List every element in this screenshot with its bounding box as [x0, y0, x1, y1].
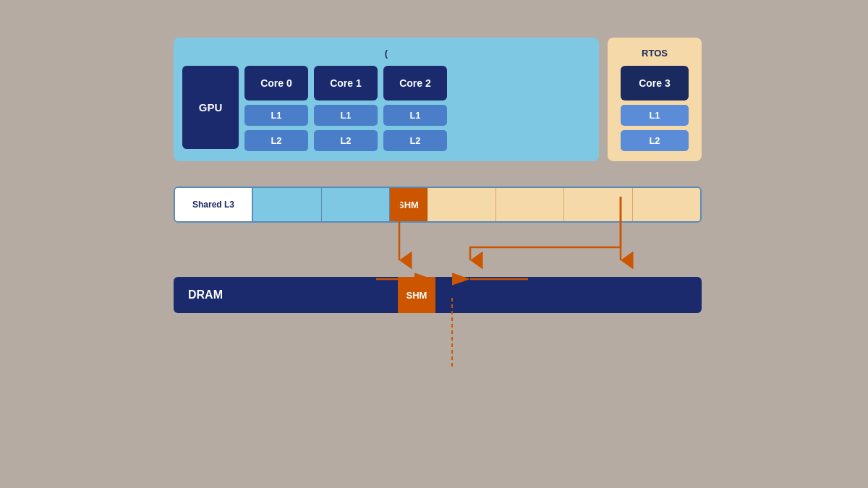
core2-block: Core 2 L1 L2	[383, 66, 447, 151]
rtos-label: RTOS	[616, 48, 693, 59]
core1-label: Core 1	[314, 66, 378, 100]
core1-l1: L1	[314, 105, 378, 126]
l3-segment-2	[322, 188, 391, 221]
dram-shm: SHM	[398, 277, 435, 313]
diagram-container: ( GPU Core 0 L1 L2 Core 1 L1 L2	[174, 38, 702, 313]
core3-label: Core 3	[621, 66, 689, 100]
core3-block: Core 3 L1 L2	[616, 66, 693, 151]
core3-l2: L2	[621, 130, 689, 151]
l3-orange-3	[564, 188, 633, 221]
gpu-block: GPU	[182, 66, 239, 149]
l3-shm: SHM	[390, 188, 427, 221]
core2-l1: L1	[383, 105, 447, 126]
linux-block: ( GPU Core 0 L1 L2 Core 1 L1 L2	[174, 38, 599, 161]
core3-l1: L1	[621, 105, 689, 126]
linux-label: (	[182, 48, 590, 59]
l3-segment-1	[253, 188, 322, 221]
core0-l2: L2	[244, 130, 308, 151]
core0-block: Core 0 L1 L2	[244, 66, 308, 151]
arrow-spacer	[174, 226, 702, 277]
core1-block: Core 1 L1 L2	[314, 66, 378, 151]
core2-l2: L2	[383, 130, 447, 151]
core0-l1: L1	[244, 105, 308, 126]
core1-l2: L2	[314, 130, 378, 151]
l3-orange-2	[496, 188, 565, 221]
rtos-block: RTOS Core 3 L1 L2	[608, 38, 702, 161]
l3-orange-1	[427, 188, 496, 221]
shared-l3-label: Shared L3	[175, 188, 253, 221]
dram-bar: DRAM SHM	[174, 277, 702, 313]
top-section: ( GPU Core 0 L1 L2 Core 1 L1 L2	[174, 38, 702, 161]
core0-label: Core 0	[244, 66, 308, 100]
cores-container: GPU Core 0 L1 L2 Core 1 L1 L2 Core 2 L1	[182, 66, 590, 151]
l3-orange-4	[633, 188, 701, 221]
core2-label: Core 2	[383, 66, 447, 100]
dram-label: DRAM	[174, 288, 223, 301]
l3-memory-bar: Shared L3 SHM	[174, 187, 702, 223]
